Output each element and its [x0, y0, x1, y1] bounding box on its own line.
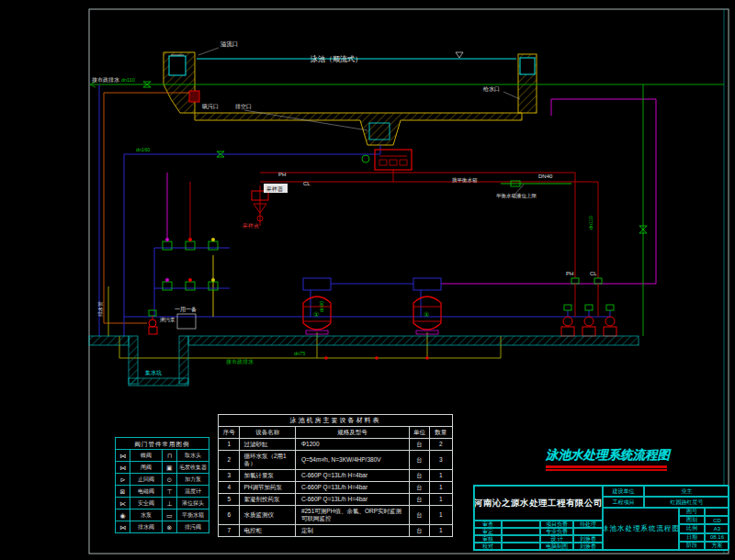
field-value	[705, 508, 729, 516]
pool-section: 溢流口 泳池（顺流式） 吸污口 排空口 给水口	[164, 40, 537, 145]
gate-valve-icon: ⋈	[116, 462, 130, 474]
drain-suction-line	[124, 145, 380, 336]
legend-row: ⊠ 电磁阀 ⊤ 温度计	[116, 486, 209, 498]
owner-value: 业主	[644, 486, 729, 497]
drain-pipe-label: 排水管	[97, 301, 104, 317]
cell-qty: 1	[429, 525, 452, 537]
metering-pump-icon	[186, 241, 195, 250]
cell-spec: C-660P Q=13L/h H=4bar	[295, 470, 409, 482]
role-label: 电脑制图	[540, 543, 573, 550]
owner-label: 建设单位	[603, 486, 644, 497]
cell-spec: 定制	[295, 525, 409, 537]
suction-port-label: 吸污口	[202, 103, 219, 110]
sample-point-label: 采样点	[242, 223, 259, 229]
review-value	[502, 543, 540, 550]
cell-qty: 1	[429, 494, 452, 506]
title-underline	[546, 465, 667, 468]
equipment-header-row: 序号 设备名称 规格及型号 单位 数量	[219, 427, 453, 439]
safety-valve-icon: ⋉	[116, 498, 130, 510]
cad-sheet: 溢流口 泳池（顺流式） 吸污口 排空口 给水口 接市政排水 dn110 d	[0, 0, 735, 560]
cell-no: 5	[219, 494, 240, 506]
ornate-drawing-title: 泳池水处理系统流程图	[546, 447, 667, 471]
cell-qty: 2	[429, 439, 452, 451]
suction-fitting	[189, 91, 199, 102]
drain-port-label: 排空口	[235, 104, 252, 110]
legend-label: 安全阀	[130, 498, 162, 510]
cell-spec: #251可测PH值、余氯、ORP实时监测 可联网监控	[295, 506, 409, 525]
balance-tank-icon: ▭	[162, 510, 176, 521]
butterfly-valve-icon: ⋈	[116, 450, 130, 462]
pool-label: 泳池（顺流式）	[310, 54, 362, 63]
role-label: 设 计	[540, 535, 573, 543]
cell-spec: Q=54m³/h, N=3KW/4HP/380V	[295, 451, 409, 470]
dn40-label: DN40	[538, 174, 553, 179]
cell-qty: 1	[429, 482, 452, 494]
supply-port-label: 给水口	[483, 86, 500, 93]
booster-pump-icon: ⊙	[162, 474, 176, 486]
injector-valve-icon	[594, 278, 602, 284]
dn160-label: dn160	[136, 147, 150, 152]
dn110-right-label: dn110	[588, 216, 594, 230]
field-value: CD	[705, 516, 729, 524]
dn110-label: dn110	[121, 77, 135, 83]
table-row: 3 加氯计量泵 C-660P Q=13L/h H=4bar 台 1	[219, 470, 453, 482]
cell-unit: 台	[410, 470, 430, 482]
multiport-valve-icon	[303, 278, 331, 290]
check-valve-icon: ⊳	[116, 474, 130, 486]
table-row: 4 PH调节加药泵 C-660P Q=13L/h H=4bar 台 1	[219, 482, 453, 494]
drawing-title: 泳池水处理系统流程图	[603, 508, 679, 550]
filter-number: ①	[313, 311, 319, 318]
legend-label: 电磁阀	[130, 486, 162, 498]
metering-pump-icon	[186, 282, 195, 290]
cell-name: 过滤砂缸	[240, 439, 295, 451]
cell-no: 3	[219, 470, 240, 482]
legend-row: ⊳ 止回阀 ⊙ 加力泵	[116, 474, 209, 486]
legend-label: 止回阀	[130, 474, 162, 486]
cell-qty: 3	[429, 451, 452, 470]
sump-pump-label: 潜污泵	[160, 317, 175, 323]
legend-label: 闸阀	[130, 462, 162, 474]
floor-and-sump: 集水坑 潜污泵 排水管	[89, 301, 639, 386]
legend-label: 水泵	[130, 510, 162, 521]
role-value: 刘焕春	[573, 535, 603, 543]
dosing-pump-group: 一用一备	[154, 173, 230, 329]
legend-label: 排水阀	[130, 521, 162, 533]
equipment-table-title: 泳池机房主要设备材料表	[219, 415, 453, 427]
project-value: 红园路红星号	[644, 497, 729, 508]
company-name: 河南沁之源水处理工程有限公司	[474, 486, 603, 521]
ph-line-label: PH	[278, 172, 286, 177]
overflow-gutter-right	[520, 58, 535, 74]
cell-name: 加氯计量泵	[240, 470, 295, 482]
role-label: 专业负责	[540, 528, 573, 535]
field-label: 比例	[679, 524, 705, 532]
overflow-port-label: 溢流口	[220, 40, 239, 48]
pump-icon: ◉	[116, 510, 130, 521]
table-row: 1 过滤砂缸 Φ1200 台 2	[219, 439, 453, 451]
cell-unit: 台	[410, 525, 430, 537]
field-label: 图号	[679, 508, 705, 516]
legend-label: 加力泵	[176, 474, 209, 486]
legend-row: ⋈ 蝶阀 ⊓ 取水头	[116, 450, 209, 462]
duty-standby-label: 一用一备	[175, 307, 197, 313]
circulation-pumps: PH CL	[561, 271, 616, 336]
review-label: 审查	[474, 521, 502, 528]
cell-no: 6	[219, 506, 240, 525]
filter-number: ①	[424, 311, 429, 318]
legend-title: 阀门管件常用图例	[116, 438, 209, 450]
legend-row: ⋈ 排水阀 ⊗ 排污阀	[116, 521, 209, 533]
table-row: 5 絮凝剂投药泵 C-660P Q=13L/h H=4bar 台 1	[219, 494, 453, 506]
drain-valve-icon: ⋈	[116, 521, 130, 533]
water-quality-monitor: 采样器 采样点	[242, 150, 412, 229]
review-label: 审核	[474, 535, 502, 543]
cl-inject-label: CL	[590, 271, 597, 276]
cell-name: 电控柜	[240, 525, 295, 537]
legend-table: 阀门管件常用图例 ⋈ 蝶阀 ⊓ 取水头 ⋈ 闸阀 ▣ 毛发收集器 ⊳ 止回阀 ⊙…	[115, 437, 209, 533]
sump-label: 集水坑	[145, 369, 162, 376]
cell-no: 2	[219, 451, 240, 470]
metering-pump-icon	[163, 282, 172, 290]
legend-label: 毛发收集器	[176, 462, 209, 474]
cell-name: 絮凝剂投药泵	[240, 494, 295, 506]
cell-no: 4	[219, 482, 240, 494]
review-label: 校对	[474, 543, 502, 550]
hair-collector-icon: ▣	[162, 462, 176, 474]
